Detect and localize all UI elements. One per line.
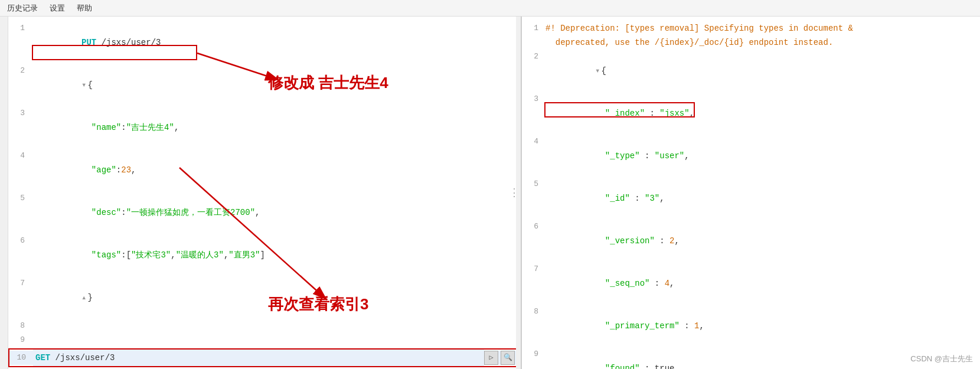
- line-num-7: 7: [8, 276, 32, 290]
- right-line-3: 3 "_index" : "jsxs",: [522, 92, 980, 135]
- right-line-1b: deprecated, use the /{index}/_doc/{id} e…: [522, 35, 980, 50]
- line-content-1: PUT /jsxs/user/3: [32, 21, 521, 64]
- right-linenum-3: 3: [522, 92, 545, 106]
- line-content-5: "desc":"一顿操作猛如虎，一看工资2700",: [32, 191, 521, 234]
- right-linenum-2: 2: [522, 50, 545, 64]
- get-input-box[interactable]: GET /jsxs/user/3: [33, 350, 484, 366]
- line-num-6: 6: [8, 234, 32, 248]
- right-line-1: 1 #! Deprecation: [types removal] Specif…: [522, 21, 980, 35]
- right-line-2: 2 ▾{: [522, 50, 980, 92]
- right-line-5: 5 "_id" : "3",: [522, 177, 980, 220]
- right-content-1: #! Deprecation: [types removal] Specifyi…: [545, 21, 980, 35]
- left-code-area: 1 PUT /jsxs/user/3 2 ▾{ 3 "name":"吉士先生4"…: [8, 17, 521, 369]
- menu-help[interactable]: 帮助: [77, 3, 92, 14]
- line-num-1: 1: [8, 21, 32, 35]
- right-linenum-5: 5: [522, 177, 545, 191]
- code-line-1: 1 PUT /jsxs/user/3: [8, 21, 521, 64]
- code-line-5: 5 "desc":"一顿操作猛如虎，一看工资2700",: [8, 191, 521, 234]
- line-content-6: "tags":["技术宅3","温暖的人3","直男3"]: [32, 234, 521, 276]
- right-content-2: ▾{: [545, 50, 980, 92]
- menu-history[interactable]: 历史记录: [7, 3, 38, 14]
- code-line-3: 3 "name":"吉士先生4",: [8, 106, 521, 149]
- search-button[interactable]: 🔍: [501, 351, 515, 365]
- right-linenum-1: 1: [522, 21, 545, 35]
- right-content-7: "_seq_no" : 4,: [545, 262, 980, 305]
- right-content-4: "_type" : "user",: [545, 135, 980, 177]
- right-line-6: 6 "_version" : 2,: [522, 220, 980, 262]
- run-button[interactable]: ▷: [484, 351, 498, 365]
- right-linenum-7: 7: [522, 262, 545, 276]
- line-num-3: 3: [8, 106, 32, 120]
- drag-handle[interactable]: ⋮: [509, 188, 520, 198]
- line-content-8: [32, 319, 521, 333]
- right-panel: 1 #! Deprecation: [types removal] Specif…: [522, 17, 980, 369]
- line-num-10: 10: [9, 351, 33, 365]
- line-num-5: 5: [8, 191, 32, 205]
- right-line-7: 7 "_seq_no" : 4,: [522, 262, 980, 305]
- code-line-4: 4 "age":23,: [8, 149, 521, 191]
- right-code-area: 1 #! Deprecation: [types removal] Specif…: [522, 17, 980, 369]
- line-num-2: 2: [8, 64, 32, 78]
- right-line-4: 4 "_type" : "user",: [522, 135, 980, 177]
- code-line-9: 9: [8, 333, 521, 347]
- line-content-2: ▾{: [32, 64, 521, 106]
- menu-settings[interactable]: 设置: [50, 3, 65, 14]
- code-line-8: 8: [8, 319, 521, 333]
- right-linenum-9: 9: [522, 347, 545, 361]
- watermark: CSDN @吉士先生: [910, 354, 973, 364]
- right-content-1b: deprecated, use the /{index}/_doc/{id} e…: [545, 35, 980, 50]
- right-linenum-4: 4: [522, 135, 545, 149]
- right-content-6: "_version" : 2,: [545, 220, 980, 262]
- left-sidebar: [0, 17, 8, 369]
- right-content-8: "_primary_term" : 1,: [545, 305, 980, 347]
- right-linenum-8: 8: [522, 305, 545, 319]
- line-content-9: [32, 333, 521, 347]
- input-actions: ▷ 🔍: [484, 351, 520, 365]
- get-input-line[interactable]: 10 GET /jsxs/user/3 ▷ 🔍: [8, 348, 521, 367]
- code-line-6: 6 "tags":["技术宅3","温暖的人3","直男3"]: [8, 234, 521, 276]
- code-line-7: 7 ▴}: [8, 276, 521, 319]
- code-line-2: 2 ▾{: [8, 64, 521, 106]
- right-linenum-6: 6: [522, 220, 545, 234]
- line-num-8: 8: [8, 319, 32, 333]
- left-panel: 1 PUT /jsxs/user/3 2 ▾{ 3 "name":"吉士先生4"…: [8, 17, 522, 369]
- line-content-3: "name":"吉士先生4",: [32, 106, 521, 149]
- line-content-7: ▴}: [32, 276, 521, 319]
- right-content-3: "_index" : "jsxs",: [545, 92, 980, 135]
- get-input-text: GET /jsxs/user/3: [35, 351, 115, 365]
- line-num-4: 4: [8, 149, 32, 163]
- line-content-4: "age":23,: [32, 149, 521, 191]
- right-content-5: "_id" : "3",: [545, 177, 980, 220]
- top-menu-bar: 历史记录 设置 帮助: [0, 0, 980, 17]
- line-num-9: 9: [8, 333, 32, 347]
- right-line-8: 8 "_primary_term" : 1,: [522, 305, 980, 347]
